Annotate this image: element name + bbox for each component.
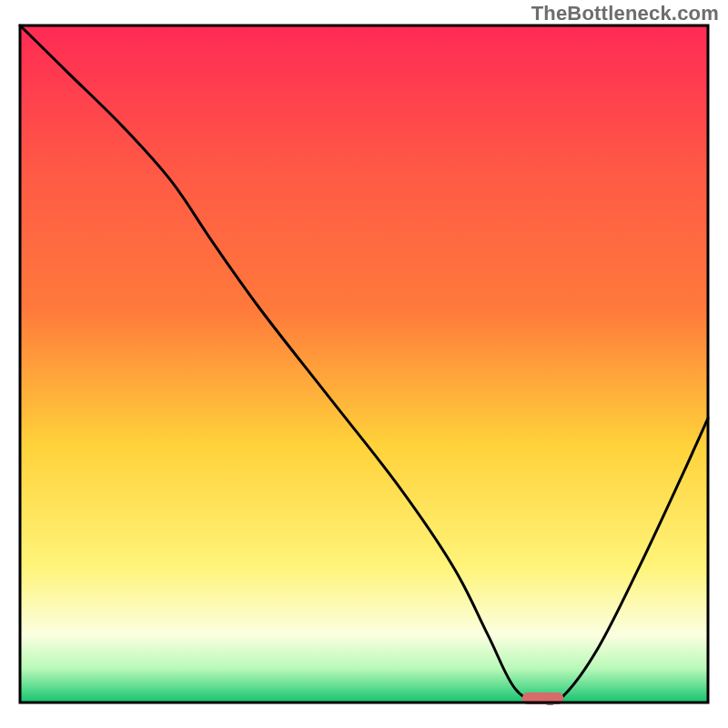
- chart-stage: TheBottleneck.com: [0, 0, 728, 728]
- plot-area: [20, 25, 708, 704]
- bottleneck-chart-svg: [0, 0, 728, 728]
